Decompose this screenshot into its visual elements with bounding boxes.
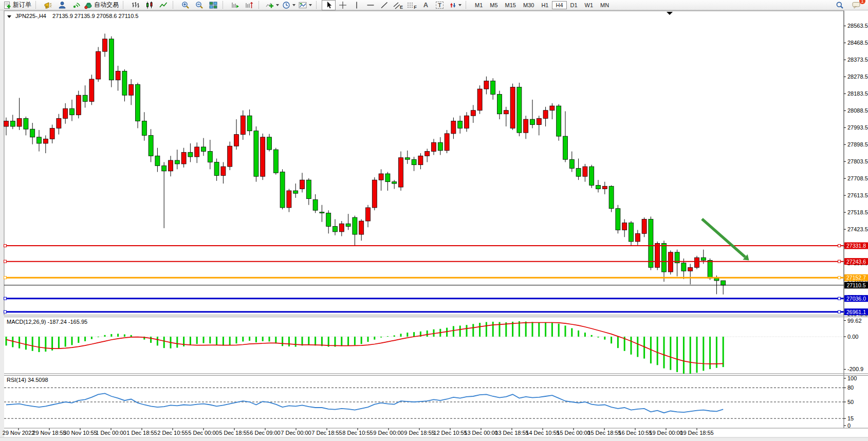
text-label-button[interactable]: T bbox=[433, 0, 447, 10]
time-axis-label: 12 Dec 10:55 bbox=[433, 430, 467, 436]
arrows-button[interactable] bbox=[447, 0, 463, 10]
macd-bar bbox=[716, 337, 717, 368]
macd-bar bbox=[631, 337, 632, 355]
fibonacci-button[interactable]: F bbox=[405, 0, 419, 10]
macd-bar bbox=[341, 337, 342, 346]
trendline-button[interactable] bbox=[377, 0, 391, 10]
macd-bar bbox=[519, 321, 520, 337]
macd-bar bbox=[472, 324, 474, 337]
tf-h4-button[interactable]: H4 bbox=[552, 1, 566, 9]
collapse-triangle-icon[interactable] bbox=[7, 15, 11, 18]
line-handle[interactable] bbox=[4, 260, 7, 263]
macd-bar bbox=[347, 337, 349, 345]
cursor-button[interactable] bbox=[322, 0, 336, 10]
chart-bars-button[interactable] bbox=[128, 0, 142, 10]
time-axis-label: 2 Dec 10:55 bbox=[157, 430, 188, 436]
time-axis-label: 19 Dec 18:55 bbox=[680, 430, 713, 436]
zoom-in-icon bbox=[181, 1, 190, 9]
tf-m5-button[interactable]: M5 bbox=[486, 1, 501, 9]
macd-bar bbox=[676, 337, 678, 372]
candle bbox=[530, 119, 535, 124]
tf-d1-button[interactable]: D1 bbox=[567, 1, 581, 9]
candle bbox=[642, 219, 647, 234]
time-axis-label: 14 Dec 10:55 bbox=[526, 430, 559, 436]
templates-button[interactable] bbox=[297, 0, 313, 10]
arrows-tool-icon bbox=[448, 1, 456, 9]
macd-bar bbox=[598, 337, 599, 338]
macd-bar bbox=[249, 337, 250, 341]
candle bbox=[543, 111, 548, 119]
macd-bar bbox=[190, 337, 191, 345]
line-handle[interactable] bbox=[838, 310, 841, 313]
chart-line-button[interactable] bbox=[156, 0, 170, 10]
macd-bar bbox=[295, 337, 297, 347]
tile-windows-button[interactable] bbox=[206, 0, 220, 10]
line-handle[interactable] bbox=[4, 245, 7, 247]
line-handle[interactable] bbox=[838, 260, 841, 263]
chart-candles-button[interactable] bbox=[142, 0, 156, 10]
line-handle[interactable] bbox=[838, 245, 841, 247]
macd-bar bbox=[571, 328, 572, 337]
chart-canvas[interactable]: 28563.528468.528373.528278.528183.528088… bbox=[0, 0, 868, 441]
candle bbox=[175, 160, 179, 164]
channel-button[interactable]: E bbox=[391, 0, 405, 10]
community-button[interactable] bbox=[55, 0, 69, 10]
macd-bar bbox=[492, 322, 494, 337]
macd-bar bbox=[315, 337, 316, 345]
tf-m15-button[interactable]: M15 bbox=[502, 1, 520, 9]
macd-bar bbox=[25, 337, 27, 350]
macd-bar bbox=[696, 337, 698, 373]
zoom-out-button[interactable] bbox=[192, 0, 206, 10]
candle bbox=[10, 121, 15, 126]
macd-bar bbox=[446, 328, 448, 337]
vertical-line-button[interactable] bbox=[349, 0, 363, 10]
indicators-button[interactable] bbox=[264, 0, 281, 10]
tf-w1-button[interactable]: W1 bbox=[581, 1, 597, 9]
macd-bar bbox=[637, 337, 638, 357]
tf-h1-button[interactable]: H1 bbox=[538, 1, 552, 9]
broadcast-button[interactable] bbox=[41, 0, 55, 10]
line-handle[interactable] bbox=[4, 277, 7, 279]
signals-button[interactable] bbox=[69, 0, 83, 10]
svg-text:50: 50 bbox=[847, 399, 854, 405]
time-axis-label: 5 Dec 00:00 bbox=[188, 430, 218, 436]
chart-shift-button[interactable] bbox=[242, 0, 256, 10]
auto-scroll-icon bbox=[231, 1, 239, 9]
search-button[interactable] bbox=[833, 0, 846, 10]
time-axis-label: 8 Dec 10:55 bbox=[342, 430, 373, 436]
tf-mn-button[interactable]: MN bbox=[597, 1, 613, 9]
macd-bar bbox=[302, 337, 303, 345]
line-handle[interactable] bbox=[838, 297, 841, 300]
text-button[interactable]: A bbox=[419, 0, 433, 10]
autotrading-button[interactable]: 自动交易 bbox=[83, 0, 120, 10]
tile-windows-icon bbox=[209, 1, 217, 9]
zoom-in-button[interactable] bbox=[178, 0, 192, 10]
macd-bar bbox=[163, 337, 165, 348]
candle bbox=[537, 118, 541, 124]
tf-m1-button[interactable]: M1 bbox=[471, 1, 486, 9]
macd-bar bbox=[387, 336, 389, 337]
line-handle[interactable] bbox=[4, 310, 7, 313]
candle bbox=[649, 219, 653, 268]
chat-button[interactable]: 1 bbox=[849, 0, 863, 10]
line-handle[interactable] bbox=[4, 297, 7, 300]
candle bbox=[267, 137, 272, 150]
macd-bar bbox=[394, 335, 395, 337]
candle bbox=[280, 172, 285, 208]
macd-bar bbox=[229, 337, 231, 345]
candle bbox=[622, 223, 627, 230]
svg-text:27423.5: 27423.5 bbox=[847, 226, 868, 232]
crosshair-button[interactable] bbox=[336, 0, 349, 10]
auto-scroll-button[interactable] bbox=[228, 0, 242, 10]
indicators-icon bbox=[266, 1, 274, 9]
new-order-button[interactable]: 新订单 bbox=[2, 0, 33, 10]
periods-button[interactable] bbox=[281, 0, 297, 10]
line-handle[interactable] bbox=[838, 277, 841, 279]
time-axis-label: 13 Dec 18:55 bbox=[495, 430, 528, 436]
svg-text:-200.9: -200.9 bbox=[847, 366, 863, 372]
candle bbox=[57, 118, 61, 128]
tf-m30-button[interactable]: M30 bbox=[520, 1, 538, 9]
horizontal-line-button[interactable] bbox=[363, 0, 377, 10]
zoom-out-icon bbox=[195, 1, 204, 9]
macd-bar bbox=[308, 337, 309, 345]
